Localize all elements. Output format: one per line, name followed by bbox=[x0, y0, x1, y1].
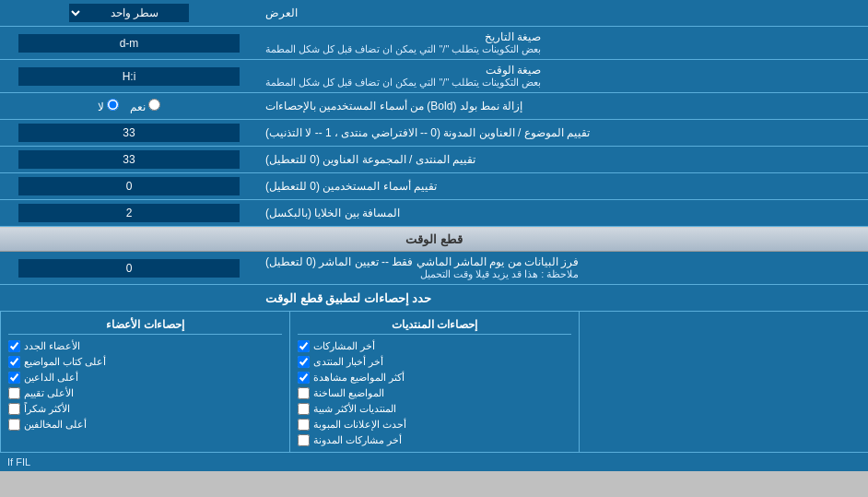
col-forums-header: إحصاءات المنتديات bbox=[298, 315, 571, 335]
checkbox-forum-news[interactable] bbox=[298, 356, 310, 368]
snapshot-value-row: فرز البيانات من يوم الماشر الماشي فقط --… bbox=[0, 252, 868, 285]
checkbox-most-viewed[interactable] bbox=[298, 372, 310, 384]
stats-header-label: حدد إحصاءات لتطبيق قطع الوقت bbox=[258, 285, 868, 311]
snapshot-value-label: فرز البيانات من يوم الماشر الماشي فقط --… bbox=[258, 252, 868, 284]
users-order-input[interactable] bbox=[18, 177, 240, 195]
topics-order-input-wrapper bbox=[0, 120, 258, 146]
page-title-label: العرض bbox=[258, 0, 868, 26]
forum-order-input-wrapper bbox=[0, 147, 258, 172]
topics-order-input[interactable] bbox=[18, 124, 240, 142]
checkbox-item: أعلى الداعين bbox=[8, 370, 282, 385]
empty-spacer bbox=[579, 312, 868, 452]
cell-spacing-label: المسافة بين الخلايا (بالبكسل) bbox=[258, 200, 868, 226]
col-members-header: إحصاءات الأعضاء bbox=[8, 315, 282, 335]
time-format-row: صيغة الوقت بعض التكوينات يتطلب "/" التي … bbox=[0, 60, 868, 93]
radio-no[interactable] bbox=[107, 99, 119, 111]
users-order-label: تقييم أسماء المستخدمين (0 للتعطيل) bbox=[258, 173, 868, 199]
checkbox-item: أكثر المواضيع مشاهدة bbox=[298, 370, 571, 385]
checkbox-popular-forums[interactable] bbox=[298, 403, 310, 415]
cell-spacing-row: المسافة بين الخلايا (بالبكسل) bbox=[0, 200, 868, 227]
stats-header-row: حدد إحصاءات لتطبيق قطع الوقت bbox=[0, 285, 868, 312]
remove-bold-label: إزالة نمط بولد (Bold) من أسماء المستخدمي… bbox=[258, 93, 868, 119]
forum-order-label: تقييم المنتدى / المجموعة العناوين (0 للت… bbox=[258, 147, 868, 172]
date-format-input-wrapper bbox=[0, 27, 258, 59]
cell-spacing-input-wrapper bbox=[0, 200, 258, 226]
users-order-input-wrapper bbox=[0, 173, 258, 199]
checkbox-item: المنتديات الأكثر شبية bbox=[298, 401, 571, 417]
display-select[interactable]: سطر واحد bbox=[69, 4, 189, 22]
radio-no-label: لا bbox=[98, 99, 119, 113]
forum-order-row: تقييم المنتدى / المجموعة العناوين (0 للت… bbox=[0, 147, 868, 173]
checkbox-latest-posts[interactable] bbox=[298, 340, 310, 352]
checkbox-item: الأكثر شكراً bbox=[8, 401, 282, 417]
checkbox-latest-classifieds[interactable] bbox=[298, 419, 310, 431]
checkbox-col-forums: إحصاءات المنتديات أخر المشاركات أخر أخبا… bbox=[289, 312, 579, 452]
radio-yes-label: نعم bbox=[130, 99, 160, 113]
date-format-label: صيغة التاريخ بعض التكوينات يتطلب "/" الت… bbox=[258, 27, 868, 59]
checkbox-most-thanked[interactable] bbox=[8, 403, 20, 415]
time-format-label: صيغة الوقت بعض التكوينات يتطلب "/" التي … bbox=[258, 60, 868, 92]
snapshot-section-header: قطع الوقت bbox=[0, 227, 868, 252]
display-select-wrapper: سطر واحد bbox=[0, 0, 258, 26]
snapshot-value-input[interactable] bbox=[18, 259, 240, 278]
time-format-input-wrapper bbox=[0, 60, 258, 92]
checkbox-item: أخر مشاركات المدونة bbox=[298, 432, 571, 448]
remove-bold-row: إزالة نمط بولد (Bold) من أسماء المستخدمي… bbox=[0, 93, 868, 120]
time-format-input[interactable] bbox=[18, 67, 240, 86]
topics-order-row: تقييم الموضوع / العناوين المدونة (0 -- ا… bbox=[0, 120, 868, 147]
users-order-row: تقييم أسماء المستخدمين (0 للتعطيل) bbox=[0, 173, 868, 200]
checkbox-new-members[interactable] bbox=[8, 340, 20, 352]
checkbox-top-violators[interactable] bbox=[8, 419, 20, 431]
cell-spacing-input[interactable] bbox=[18, 204, 240, 222]
checkbox-item: الأعضاء الجدد bbox=[8, 338, 282, 354]
checkbox-top-referrers[interactable] bbox=[8, 372, 20, 384]
remove-bold-radio-wrapper: نعم لا bbox=[0, 93, 258, 119]
checkbox-item: أحدث الإعلانات المبوبة bbox=[298, 417, 571, 432]
checkbox-item: أعلى كتاب المواضيع bbox=[8, 354, 282, 370]
checkbox-item: أخر أخبار المنتدى bbox=[298, 354, 571, 370]
main-container: العرض سطر واحد صيغة التاريخ بعض التكوينا… bbox=[0, 0, 868, 471]
bottom-text: If FIL bbox=[0, 452, 868, 471]
topics-order-label: تقييم الموضوع / العناوين المدونة (0 -- ا… bbox=[258, 120, 868, 146]
checkbox-item: الأعلى تقييم bbox=[8, 385, 282, 401]
forum-order-input[interactable] bbox=[18, 150, 240, 169]
radio-yes[interactable] bbox=[148, 99, 160, 111]
checkbox-blog-posts[interactable] bbox=[298, 434, 310, 446]
snapshot-value-input-wrapper bbox=[0, 252, 258, 284]
checkbox-top-rated[interactable] bbox=[8, 387, 20, 399]
checkbox-col-members: إحصاءات الأعضاء الأعضاء الجدد أعلى كتاب … bbox=[0, 312, 289, 452]
date-format-row: صيغة التاريخ بعض التكوينات يتطلب "/" الت… bbox=[0, 27, 868, 60]
date-format-input[interactable] bbox=[18, 34, 240, 53]
checkbox-hot-topics[interactable] bbox=[298, 387, 310, 399]
checkbox-item: أخر المشاركات bbox=[298, 338, 571, 354]
checkbox-item: المواضيع الساخنة bbox=[298, 385, 571, 401]
header-row: العرض سطر واحد bbox=[0, 0, 868, 27]
checkbox-item: أعلى المخالفين bbox=[8, 417, 282, 432]
stats-header-spacer bbox=[0, 285, 258, 311]
checkbox-top-posters[interactable] bbox=[8, 356, 20, 368]
checkboxes-grid: إحصاءات المنتديات أخر المشاركات أخر أخبا… bbox=[0, 312, 868, 452]
